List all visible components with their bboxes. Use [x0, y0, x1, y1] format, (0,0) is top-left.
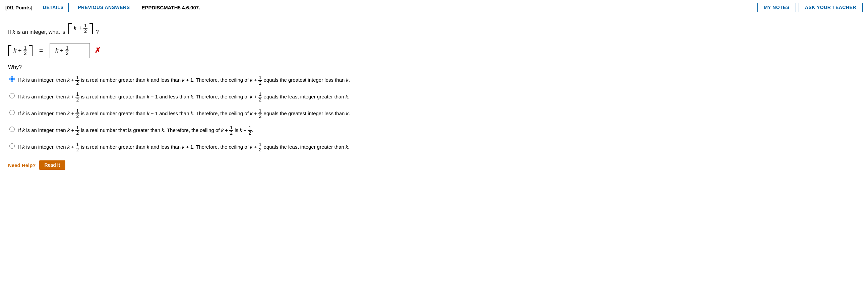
frac-3a: 12	[75, 108, 80, 119]
option-3-text: If k is an integer, then k + 12 is a rea…	[18, 108, 350, 119]
problem-title: EPPDISCMATH5 4.6.007.	[142, 5, 753, 10]
fraction-half: 12	[84, 23, 88, 34]
ceil-right-bracket	[90, 23, 93, 34]
question-text: If k is an integer, what is k + 12 ?	[8, 23, 461, 36]
option-4-text: If k is an integer, then k + 12 is a rea…	[18, 125, 253, 136]
answer-box-fraction: 12	[65, 45, 69, 56]
answer-row: k + 12 = k + 12 ✗	[8, 43, 461, 59]
answer-ceil-left	[8, 45, 11, 56]
details-button[interactable]: DETAILS	[38, 3, 69, 12]
option-5-text: If k is an integer, then k + 12 is a rea…	[18, 142, 349, 153]
radio-options: If k is an integer, then k + 12 is a rea…	[9, 75, 461, 152]
list-item: If k is an integer, then k + 12 is a rea…	[9, 75, 461, 86]
option-2-text: If k is an integer, then k + 12 is a rea…	[18, 92, 349, 102]
option-3-radio[interactable]	[9, 110, 15, 115]
list-item: If k is an integer, then k + 12 is a rea…	[9, 142, 461, 153]
answer-lhs-content: k + 12	[13, 45, 27, 56]
equals-sign: =	[37, 47, 45, 55]
option-1-radio[interactable]	[9, 76, 15, 82]
answer-ceil-right	[29, 45, 32, 56]
option-4-radio[interactable]	[9, 127, 15, 132]
frac-1b: 12	[258, 75, 262, 86]
frac-4a: 12	[75, 125, 80, 136]
need-help-label: Need Help?	[8, 162, 36, 168]
list-item: If k is an integer, then k + 12 is a rea…	[9, 125, 461, 136]
answer-lhs-fraction: 12	[24, 45, 28, 56]
header-right-actions: MY NOTES ASK YOUR TEACHER	[757, 3, 863, 12]
frac-2b: 12	[258, 92, 262, 102]
ceiling-notation: k + 12	[68, 23, 93, 34]
previous-answers-button[interactable]: PREVIOUS ANSWERS	[73, 3, 135, 12]
answer-lhs: k + 12	[8, 45, 32, 56]
ceil-content: k + 12	[74, 23, 88, 34]
header: [0/1 Points] DETAILS PREVIOUS ANSWERS EP…	[0, 0, 868, 15]
frac-5a: 12	[75, 142, 80, 153]
list-item: If k is an integer, then k + 12 is a rea…	[9, 92, 461, 102]
frac-4b: 12	[229, 125, 233, 136]
frac-4c: 12	[248, 125, 252, 136]
question-mark: ?	[94, 29, 98, 35]
ask-teacher-button[interactable]: ASK YOUR TEACHER	[799, 3, 863, 12]
content-area: If k is an integer, what is k + 12 ? k +…	[0, 15, 469, 175]
question-intro: If k is an integer, what is	[8, 29, 67, 35]
frac-1a: 12	[75, 75, 80, 86]
option-2-radio[interactable]	[9, 93, 15, 98]
points-badge: [0/1 Points]	[5, 5, 32, 10]
option-1-text: If k is an integer, then k + 12 is a rea…	[18, 75, 350, 86]
list-item: If k is an integer, then k + 12 is a rea…	[9, 108, 461, 119]
ceil-left-bracket	[68, 23, 72, 34]
why-label: Why?	[8, 64, 461, 70]
frac-3b: 12	[258, 108, 262, 119]
need-help-row: Need Help? Read It	[8, 160, 461, 170]
read-it-button[interactable]: Read It	[39, 160, 66, 170]
my-notes-button[interactable]: MY NOTES	[757, 3, 796, 12]
wrong-mark-icon: ✗	[94, 46, 100, 55]
frac-5b: 12	[258, 142, 262, 153]
option-5-radio[interactable]	[9, 143, 15, 149]
answer-input-box[interactable]: k + 12	[50, 43, 90, 59]
frac-2a: 12	[75, 92, 80, 102]
